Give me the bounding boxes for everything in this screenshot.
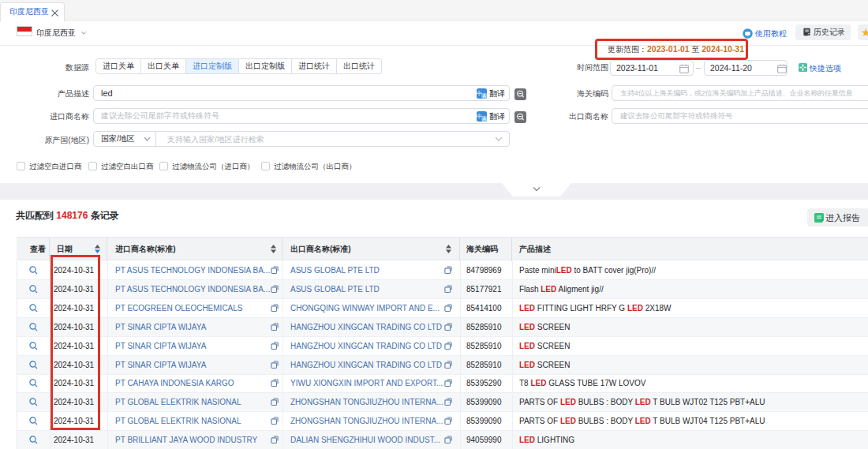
svg-text:中: 中 (477, 113, 482, 120)
svg-text:A: A (482, 93, 486, 99)
svg-text:中: 中 (477, 90, 482, 97)
svg-text:A: A (482, 116, 486, 122)
